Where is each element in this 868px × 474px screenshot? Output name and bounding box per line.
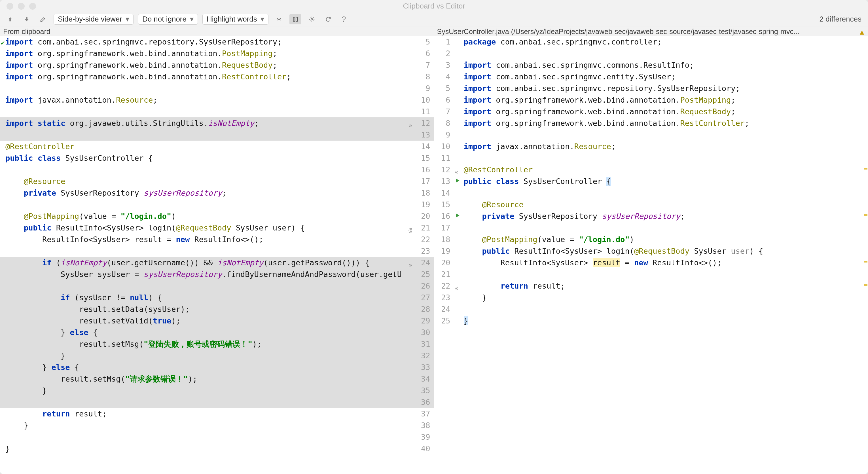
line-number[interactable]: 25 bbox=[414, 268, 434, 280]
right-code-area[interactable]: 1package com.anbai.sec.springmvc.control… bbox=[434, 36, 868, 474]
code-line[interactable]: } bbox=[0, 350, 414, 361]
edit-button[interactable] bbox=[37, 14, 49, 24]
line-number[interactable]: 23 bbox=[414, 245, 434, 257]
left-code-area[interactable]: ✔ import com.anbai.sec.springmvc.reposit… bbox=[0, 36, 434, 474]
collapse-unchanged-button[interactable] bbox=[273, 14, 285, 24]
code-line[interactable]: private SysUserRepository sysUserReposit… bbox=[462, 210, 868, 222]
line-number[interactable]: 19 bbox=[414, 199, 434, 210]
warning-stripe-marker[interactable] bbox=[864, 284, 867, 286]
code-line[interactable]: import org.springframework.web.bind.anno… bbox=[462, 117, 868, 129]
line-number[interactable]: 17 bbox=[414, 176, 434, 187]
line-number[interactable]: 8 bbox=[414, 71, 434, 83]
line-number[interactable]: 11 bbox=[434, 152, 454, 164]
line-number[interactable]: 14 bbox=[434, 187, 454, 199]
line-number[interactable]: 3 bbox=[434, 59, 454, 71]
code-line[interactable]: @Resource bbox=[0, 176, 414, 187]
code-line[interactable]: } bbox=[462, 292, 868, 303]
code-line[interactable]: result.setMsg("请求参数错误！"); bbox=[0, 373, 414, 385]
code-line[interactable]: import org.springframework.web.bind.anno… bbox=[0, 59, 414, 71]
refresh-button[interactable] bbox=[322, 14, 334, 24]
code-line[interactable]: ResultInfo<SysUser> result = new ResultI… bbox=[462, 257, 868, 268]
ignore-mode-select[interactable]: Do not ignore ▾ bbox=[138, 14, 198, 25]
line-number[interactable]: 5 bbox=[434, 83, 454, 94]
code-line[interactable] bbox=[0, 129, 414, 140]
code-line[interactable] bbox=[462, 187, 868, 199]
line-number[interactable]: 25 bbox=[434, 315, 454, 326]
code-line[interactable] bbox=[0, 199, 414, 210]
settings-button[interactable] bbox=[306, 14, 318, 24]
code-line[interactable]: public class SysUserController { bbox=[462, 176, 868, 187]
line-number[interactable]: 7 bbox=[414, 59, 434, 71]
line-number[interactable]: 18 bbox=[434, 233, 454, 245]
warning-stripe-marker[interactable] bbox=[864, 168, 867, 169]
code-line[interactable]: @PostMapping(value = "/login.do") bbox=[462, 233, 868, 245]
code-line[interactable]: import javax.annotation.Resource; bbox=[462, 140, 868, 152]
code-line[interactable] bbox=[462, 129, 868, 140]
line-number[interactable]: 21 bbox=[414, 222, 434, 233]
code-line[interactable]: @PostMapping(value = "/login.do") bbox=[0, 210, 414, 222]
code-line[interactable] bbox=[0, 245, 414, 257]
code-line[interactable]: import org.springframework.web.bind.anno… bbox=[0, 48, 414, 59]
line-number[interactable]: 34 bbox=[414, 373, 434, 385]
line-number[interactable]: 2 bbox=[434, 48, 454, 59]
code-line[interactable] bbox=[462, 152, 868, 164]
line-number[interactable]: 33 bbox=[414, 361, 434, 373]
line-number[interactable]: 9 bbox=[434, 129, 454, 140]
code-line[interactable]: import com.anbai.sec.springmvc.commons.R… bbox=[462, 59, 868, 71]
code-line[interactable] bbox=[462, 48, 868, 59]
code-line[interactable] bbox=[0, 280, 414, 292]
line-number[interactable]: 6 bbox=[414, 48, 434, 59]
line-number[interactable]: 37 bbox=[414, 408, 434, 419]
code-line[interactable] bbox=[0, 106, 414, 117]
code-line[interactable]: import static org.javaweb.utils.StringUt… bbox=[0, 117, 414, 129]
code-line[interactable]: import org.springframework.web.bind.anno… bbox=[462, 106, 868, 117]
line-number[interactable]: 17 bbox=[434, 222, 454, 233]
code-line[interactable]: @RestController bbox=[0, 140, 414, 152]
merge-right-icon[interactable]: » bbox=[408, 259, 412, 268]
code-line[interactable] bbox=[462, 268, 868, 280]
line-number[interactable]: 14 bbox=[414, 140, 434, 152]
line-number[interactable]: 35 bbox=[414, 385, 434, 396]
code-line[interactable]: result.setMsg("登陆失败，账号或密码错误！"); bbox=[0, 338, 414, 350]
line-number[interactable]: 12 bbox=[414, 117, 434, 129]
code-line[interactable]: } bbox=[0, 385, 414, 396]
line-number[interactable]: 1 bbox=[434, 36, 454, 48]
line-number[interactable]: 4 bbox=[434, 71, 454, 83]
line-number[interactable]: 19 bbox=[434, 245, 454, 257]
line-number[interactable]: 20 bbox=[434, 257, 454, 268]
highlight-mode-select[interactable]: Highlight words ▾ bbox=[203, 14, 269, 25]
line-number[interactable]: 39 bbox=[414, 431, 434, 443]
code-line[interactable] bbox=[0, 431, 414, 443]
code-line[interactable]: import org.springframework.web.bind.anno… bbox=[462, 94, 868, 106]
sync-scroll-button[interactable] bbox=[289, 14, 301, 24]
line-number[interactable]: 18 bbox=[414, 187, 434, 199]
code-line[interactable]: package com.anbai.sec.springmvc.controll… bbox=[462, 36, 868, 48]
code-line[interactable] bbox=[0, 164, 414, 176]
line-number[interactable]: 28 bbox=[414, 303, 434, 315]
line-number[interactable]: 10 bbox=[414, 94, 434, 106]
line-number[interactable]: 13 bbox=[434, 176, 454, 187]
line-number[interactable]: 5 bbox=[414, 36, 434, 48]
line-number[interactable]: 38 bbox=[414, 419, 434, 431]
help-button[interactable]: ? bbox=[339, 14, 349, 24]
line-number[interactable]: 27 bbox=[414, 292, 434, 303]
line-number[interactable]: 7 bbox=[434, 106, 454, 117]
code-line[interactable]: import com.anbai.sec.springmvc.repositor… bbox=[462, 83, 868, 94]
line-number[interactable]: 36 bbox=[414, 396, 434, 408]
code-line[interactable]: import javax.annotation.Resource; bbox=[0, 94, 414, 106]
code-line[interactable]: import org.springframework.web.bind.anno… bbox=[0, 71, 414, 83]
code-line[interactable]: SysUser sysUser = sysUserRepository.find… bbox=[0, 268, 414, 280]
code-line[interactable] bbox=[0, 83, 414, 94]
line-number[interactable]: 16 bbox=[414, 164, 434, 176]
line-number[interactable]: 11 bbox=[414, 106, 434, 117]
line-number[interactable]: 24 bbox=[434, 303, 454, 315]
line-number[interactable]: 21 bbox=[434, 268, 454, 280]
line-number[interactable]: 10 bbox=[434, 140, 454, 152]
error-stripe[interactable] bbox=[864, 36, 868, 474]
run-gutter-icon[interactable] bbox=[455, 178, 460, 183]
line-number[interactable]: 23 bbox=[434, 292, 454, 303]
line-number[interactable]: 15 bbox=[434, 199, 454, 210]
line-number[interactable]: 32 bbox=[414, 350, 434, 361]
code-line[interactable] bbox=[462, 303, 868, 315]
code-line[interactable]: public class SysUserController { bbox=[0, 152, 414, 164]
